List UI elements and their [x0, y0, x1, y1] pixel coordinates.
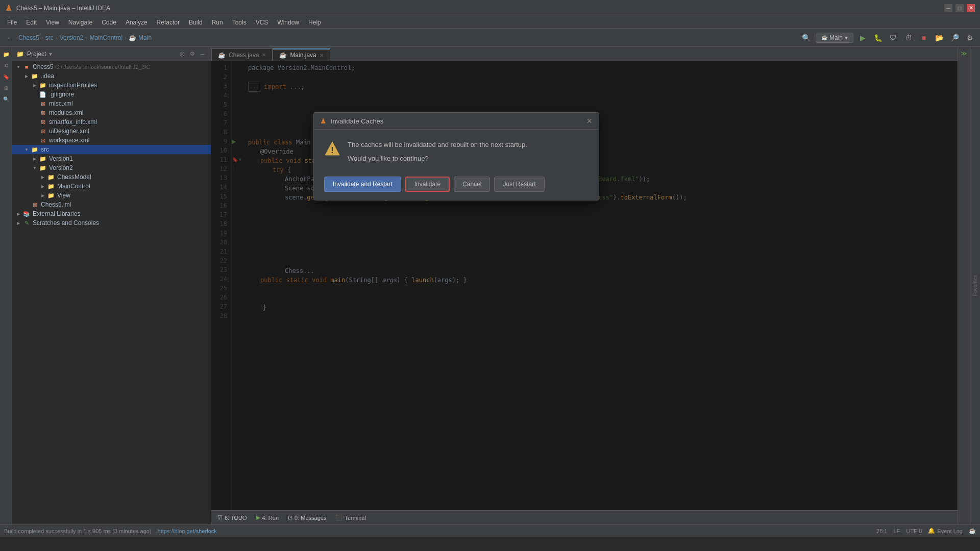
structure-icon[interactable]: ⊞ — [1, 83, 11, 93]
dialog-close-button[interactable]: ✕ — [586, 117, 593, 125]
menu-tools[interactable]: Tools — [228, 18, 251, 27]
settings-button[interactable]: ⚙ — [964, 32, 976, 44]
tree-item-chess5-iml[interactable]: ⊠ Chess5.iml — [12, 200, 211, 209]
tab-main-java[interactable]: ☕ Main.java ✕ — [273, 48, 330, 61]
find-icon[interactable]: 🔍 — [1, 94, 11, 104]
warning-icon: ! — [324, 141, 340, 157]
tree-item-inspectionprofiles[interactable]: ▶ 📁 inspectionProfiles — [12, 81, 211, 90]
back-button[interactable]: ← — [4, 32, 16, 44]
expand-arrow-chess5: ▼ — [14, 65, 22, 69]
idea-folder-icon: 📁 — [31, 72, 39, 80]
search-button[interactable]: 🔎 — [948, 32, 961, 44]
close-chess-java[interactable]: ✕ — [262, 52, 266, 58]
tree-item-gitignore[interactable]: 📄 .gitignore — [12, 90, 211, 99]
main-java-icon: ☕ — [279, 52, 287, 59]
favorites-label[interactable]: Favorites — [971, 271, 979, 300]
tree-item-src[interactable]: ▼ 📁 src — [12, 145, 211, 154]
breadcrumb-main[interactable]: Main — [138, 34, 152, 41]
menu-view[interactable]: View — [42, 18, 63, 27]
misc-xml-icon: ⊠ — [39, 99, 47, 108]
maincontrol-folder-icon: 📁 — [47, 182, 55, 190]
panel-header-icons: ◎ ⚙ ─ — [178, 50, 207, 58]
dialog-overlay: ♟ Invalidate Caches ✕ ! The cach — [211, 61, 958, 510]
menu-refactor[interactable]: Refactor — [153, 18, 184, 27]
position-indicator[interactable]: 28:1 — [876, 528, 887, 534]
project-icon[interactable]: 📁 — [1, 49, 11, 59]
tab-chess-java[interactable]: ☕ Chess.java ✕ — [211, 48, 273, 61]
menu-window[interactable]: Window — [273, 18, 303, 27]
breadcrumb-src[interactable]: src — [45, 34, 54, 41]
breadcrumb-chess5[interactable]: Chess5 — [18, 34, 39, 41]
tree-item-version2[interactable]: ▼ 📁 Version2 — [12, 163, 211, 172]
invalidate-button[interactable]: Invalidate — [405, 177, 450, 192]
bookmarks-icon[interactable]: 🔖 — [1, 71, 11, 82]
just-restart-button[interactable]: Just Restart — [494, 177, 544, 192]
menu-edit[interactable]: Edit — [22, 18, 41, 27]
menu-code[interactable]: Code — [97, 18, 120, 27]
todo-button[interactable]: ☑ 6: TODO — [213, 513, 251, 522]
modules-xml-icon: ⊠ — [39, 109, 47, 117]
favorites-bar: Favorites — [970, 47, 980, 524]
breadcrumb-maincontrol[interactable]: MainControl — [89, 34, 122, 41]
minimize-button[interactable]: ─ — [944, 4, 952, 12]
panel-settings-icon[interactable]: ⚙ — [188, 50, 197, 58]
messages-button[interactable]: ⊡ 0: Messages — [284, 513, 330, 522]
project-dropdown-icon[interactable]: ▾ — [49, 51, 52, 58]
tree-item-chessmodel[interactable]: ▶ 📁 ChessModel — [12, 172, 211, 182]
menu-file[interactable]: File — [3, 18, 21, 27]
tree-item-scratches[interactable]: ▶ ✎ Scratches and Consoles — [12, 218, 211, 228]
tree-item-smartfox-xml[interactable]: ⊠ smartfox_info.xml — [12, 117, 211, 127]
locate-file-icon[interactable]: ◎ — [178, 50, 186, 58]
chess-java-icon: ☕ — [218, 52, 226, 59]
open-file-button[interactable]: 📂 — [933, 32, 945, 44]
maximize-button[interactable]: □ — [955, 4, 964, 12]
run-button-bottom[interactable]: ▶ 4: Run — [252, 513, 283, 522]
menu-build[interactable]: Build — [185, 18, 207, 27]
dropdown-arrow-icon: ▾ — [845, 34, 848, 41]
profile-button[interactable]: ⏱ — [902, 32, 915, 44]
bottom-tools: ☑ 6: TODO ▶ 4: Run ⊡ 0: Messages ⬛ Termi… — [211, 510, 958, 524]
tree-item-view[interactable]: ▶ 📁 View — [12, 191, 211, 200]
tree-item-modules-xml[interactable]: ⊠ modules.xml — [12, 108, 211, 117]
panel-minimize-icon[interactable]: ─ — [199, 50, 207, 58]
cancel-button[interactable]: Cancel — [454, 177, 490, 192]
close-button[interactable]: ✕ — [967, 4, 975, 12]
debug-button[interactable]: 🐛 — [872, 32, 884, 44]
expand-arrow-chessmodel: ▶ — [39, 175, 47, 180]
tree-item-chess5[interactable]: ▼ ■ Chess5 C:\Users\sherlock\source\Inte… — [12, 62, 211, 71]
menu-vcs[interactable]: VCS — [252, 18, 273, 27]
invalidate-and-restart-button[interactable]: Invalidate and Restart — [324, 177, 401, 192]
tree-item-workspace-xml[interactable]: ⊠ workspace.xml — [12, 136, 211, 145]
menu-analyze[interactable]: Analyze — [121, 18, 152, 27]
menu-run[interactable]: Run — [208, 18, 227, 27]
menu-navigate[interactable]: Navigate — [64, 18, 96, 27]
run-button[interactable]: ▶ — [856, 32, 869, 44]
event-log-button[interactable]: 🔔 Event Log — [928, 528, 963, 534]
workspace-xml-icon: ⊠ — [39, 136, 47, 144]
dialog-title: ♟ Invalidate Caches — [320, 117, 383, 125]
terminal-button[interactable]: ⬛ Terminal — [331, 513, 370, 522]
tree-item-uidesigner-xml[interactable]: ⊠ uiDesigner.xml — [12, 127, 211, 136]
status-url[interactable]: https://blog.get/sherlock — [158, 528, 217, 534]
expand-arrow-version2: ▼ — [31, 166, 39, 170]
commit-icon[interactable]: ⑆ — [1, 60, 11, 70]
coverage-button[interactable]: 🛡 — [887, 32, 899, 44]
breadcrumb-version2[interactable]: Version2 — [60, 34, 84, 41]
run-config-dropdown[interactable]: ☕ Main ▾ — [816, 33, 853, 43]
tree-item-misc-xml[interactable]: ⊠ misc.xml — [12, 99, 211, 108]
line-ending-indicator[interactable]: LF — [893, 528, 900, 534]
gitignore-file-icon: 📄 — [39, 90, 47, 98]
close-main-java[interactable]: ✕ — [320, 53, 324, 58]
menu-help[interactable]: Help — [304, 18, 325, 27]
view-folder-icon: 📁 — [47, 191, 55, 199]
charset-indicator[interactable]: UTF-8 — [906, 528, 922, 534]
tree-item-version1[interactable]: ▶ 📁 Version1 — [12, 154, 211, 163]
tree-item-idea[interactable]: ▶ 📁 .idea — [12, 71, 211, 81]
tree-item-ext-libs[interactable]: ▶ 📚 External Libraries — [12, 209, 211, 218]
run-icon-bottom: ▶ — [256, 514, 260, 521]
stop-button[interactable]: ■ — [918, 32, 930, 44]
tree-item-maincontrol[interactable]: ▶ 📁 MainControl — [12, 182, 211, 191]
right-icon-1[interactable]: ≫ — [960, 49, 968, 58]
intellij-icon-status: ☕ — [969, 528, 976, 534]
search-everywhere-button[interactable]: 🔍 — [800, 32, 813, 44]
